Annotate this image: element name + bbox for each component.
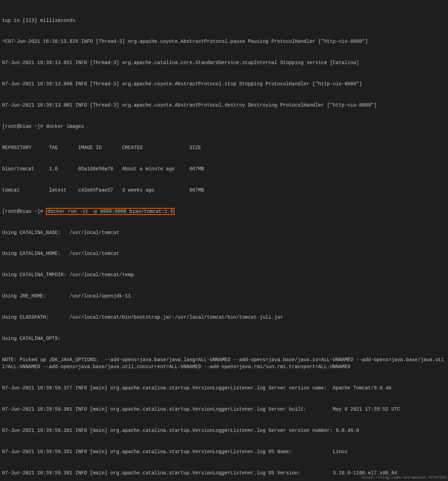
terminal-line-12: Using CATALINA_HOME: /usr/local/tomcat [2,250,446,257]
terminal-line-6: [root@biao ~]# docker images [2,123,446,130]
terminal-line-18: 07-Jun-2021 16:39:59.377 INFO [main] org… [2,385,446,391]
terminal-line-19: 07-Jun-2021 16:39:59.381 INFO [main] org… [2,406,446,413]
terminal-line-8: biao/tomcat 1.6 05a1d6e50a78 About a min… [2,165,446,172]
terminal-line-10: [root@biao ~]# docker run -it -p 8888:80… [2,208,446,215]
terminal-line-3: 07-Jun-2021 16:39:13.851 INFO [Thread-3]… [2,59,446,66]
terminal-line-13: Using CATALINA_TMPDIR: /usr/local/tomcat… [2,271,446,278]
terminal-line-21: 07-Jun-2021 16:39:59.381 INFO [main] org… [2,448,446,455]
terminal-line-15: Using CLASSPATH: /usr/local/tomcat/bin/b… [2,314,446,321]
terminal-line-4: 07-Jun-2021 16:39:13.860 INFO [Thread-3]… [2,80,446,87]
terminal-line-16: Using CATALINA_OPTS: [2,335,446,342]
terminal-line-5: 07-Jun-2021 16:39:13.901 INFO [Thread-3]… [2,102,446,109]
highlighted-command: docker run -it -p 8888:8080 biao/tomcat:… [46,208,175,215]
terminal-line-17: NOTE: Picked up JDK_JAVA_OPTIONS: --add-… [2,356,446,371]
terminal-line-7: REPOSITORY TAG IMAGE ID CREATED SIZE [2,144,446,151]
terminal-line-11: Using CATALINA_BASE: /usr/local/tomcat [2,229,446,236]
terminal-line-1: tup in [113] milliseconds [2,17,446,24]
terminal-line-20: 07-Jun-2021 16:39:59.381 INFO [main] org… [2,427,446,434]
terminal-line-2: ^C07-Jun-2021 16:39:13.829 INFO [Thread-… [2,38,446,45]
watermark: https://blog.csdn.net/weixin_44707283 [362,475,447,480]
terminal-line-9: tomcat latest c43a65faae57 3 weeks ago 6… [2,187,446,194]
prompt-text: [root@biao ~]# [2,209,46,214]
terminal-line-14: Using JRE_HOME: /usr/local/openjdk-11 [2,293,446,300]
terminal-window: tup in [113] milliseconds ^C07-Jun-2021 … [0,0,448,481]
